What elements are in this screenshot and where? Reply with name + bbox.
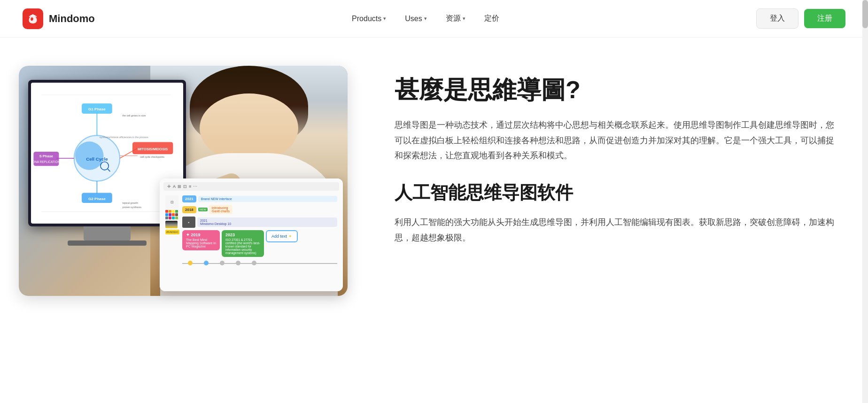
svg-text:the cell grows in size: the cell grows in size <box>122 114 146 117</box>
brand-name: Mindomo <box>49 13 95 25</box>
svg-text:cell cycle checkpoints: cell cycle checkpoints <box>140 155 164 158</box>
pricing-label: 定价 <box>484 14 499 23</box>
nav-uses[interactable]: Uses ▾ <box>397 11 434 27</box>
svg-text:G1 Phase: G1 Phase <box>88 107 106 111</box>
products-chevron-icon: ▾ <box>383 16 386 22</box>
login-button[interactable]: 登入 <box>756 8 798 29</box>
navbar-nav: Products ▾ Uses ▾ 资源 ▾ 定价 <box>344 10 507 27</box>
svg-text:MITOSIS/MEIOSIS: MITOSIS/MEIOSIS <box>138 147 168 151</box>
svg-text:Cell Cycle: Cell Cycle <box>86 156 108 162</box>
timeline-card-inner: ✛ A ⊞ ⊡ ≡ ⋯ ⊡ <box>160 178 343 291</box>
nav-products[interactable]: Products ▾ <box>344 11 394 27</box>
navbar-actions: 登入 注册 <box>756 8 845 29</box>
navbar-brand-area: Mindomo <box>23 8 95 29</box>
svg-text:G2 Phase: G2 Phase <box>88 197 106 201</box>
svg-point-2 <box>75 141 103 170</box>
scrollbar-thumb[interactable] <box>862 0 868 28</box>
hero-subtitle: 人工智能思维导图软件 <box>395 182 840 204</box>
hero-image-area: Cell Cycle G1 Phase the cell grows in si… <box>19 66 357 296</box>
navbar: Mindomo Products ▾ Uses ▾ 资源 ▾ 定价 登入 注册 <box>0 0 868 38</box>
svg-text:DNA REPLICATION: DNA REPLICATION <box>33 160 60 163</box>
resources-chevron-icon: ▾ <box>463 16 465 22</box>
nav-pricing[interactable]: 定价 <box>477 10 507 27</box>
svg-text:protein synthesis: protein synthesis <box>122 206 141 209</box>
hero-description: 思维导图是一种动态技术，通过层次结构将中心思想与相关概念联系起来。使用思维导图制… <box>395 117 840 163</box>
svg-text:topical growth: topical growth <box>122 202 138 204</box>
hero-title: 甚麼是思維導圖? <box>395 75 840 104</box>
uses-chevron-icon: ▾ <box>424 16 427 22</box>
nav-resources[interactable]: 资源 ▾ <box>438 10 473 27</box>
resources-label: 资源 <box>446 14 461 23</box>
logo-icon[interactable] <box>23 8 43 29</box>
signup-button[interactable]: 注册 <box>804 9 845 28</box>
overlay-card: ✛ A ⊞ ⊡ ≡ ⋯ ⊡ <box>160 178 343 291</box>
uses-label: Uses <box>405 15 422 23</box>
hero-description-2: 利用人工智能的强大功能从头开始生成思维导图，并利用人工智能编辑现有图表。获取新思… <box>395 215 840 245</box>
svg-text:S Phase: S Phase <box>39 154 53 158</box>
main-content: Cell Cycle G1 Phase the cell grows in si… <box>0 38 868 403</box>
scrollbar-track[interactable] <box>862 0 868 403</box>
hero-text: 甚麼是思維導圖? 思维导图是一种动态技术，通过层次结构将中心思想与相关概念联系起… <box>395 66 840 245</box>
svg-text:synthesis/mitosis efficiencies: synthesis/mitosis efficiencies in the pr… <box>100 136 148 139</box>
products-label: Products <box>352 15 381 23</box>
